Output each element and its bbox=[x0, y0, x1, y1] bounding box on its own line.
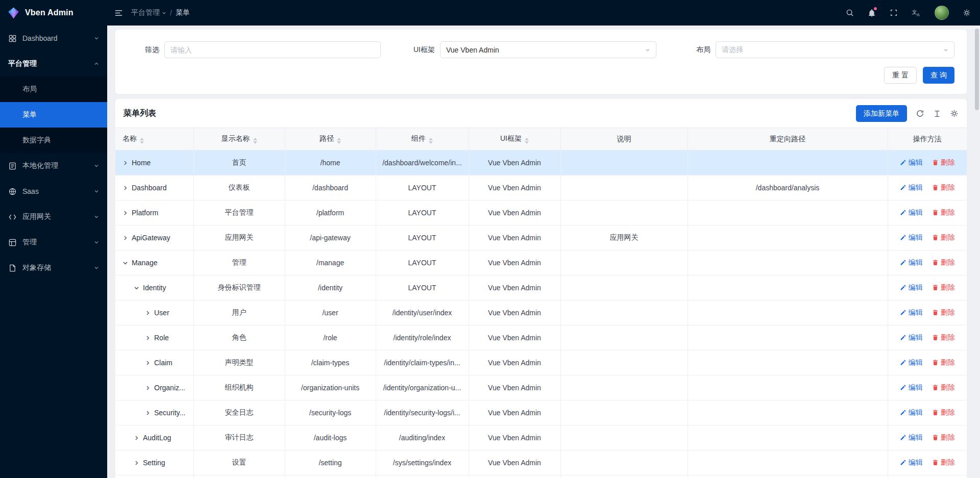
column-header-display-name[interactable]: 显示名称 bbox=[193, 128, 285, 150]
expand-caret-icon[interactable] bbox=[145, 310, 151, 316]
notifications-bell-icon[interactable] bbox=[868, 9, 876, 17]
delete-link[interactable]: 删除 bbox=[932, 358, 955, 367]
expand-caret-icon[interactable] bbox=[122, 160, 128, 166]
search-icon[interactable] bbox=[846, 9, 854, 17]
edit-link-label: 编辑 bbox=[909, 383, 923, 392]
page-scrollbar[interactable] bbox=[974, 26, 980, 478]
query-button[interactable]: 查 询 bbox=[923, 67, 954, 84]
edit-link[interactable]: 编辑 bbox=[900, 283, 923, 292]
breadcrumb-parent[interactable]: 平台管理 bbox=[131, 8, 166, 17]
keyword-input[interactable] bbox=[170, 46, 375, 54]
app-logo[interactable]: Vben Admin bbox=[0, 0, 107, 26]
trash-icon bbox=[932, 259, 939, 266]
delete-link[interactable]: 删除 bbox=[932, 258, 955, 267]
table-row[interactable]: Setting 设置 /setting /sys/settings/index … bbox=[115, 450, 967, 475]
column-header-ui-framework[interactable]: UI框架 bbox=[469, 128, 560, 150]
user-avatar[interactable] bbox=[935, 6, 949, 20]
edit-link[interactable]: 编辑 bbox=[900, 458, 923, 467]
expand-caret-icon[interactable] bbox=[122, 260, 128, 266]
table-row[interactable]: ApiGateway 应用网关 /api-gateway LAYOUT Vue … bbox=[115, 225, 967, 250]
sidebar-item-management[interactable]: 管理 bbox=[0, 230, 107, 255]
edit-link[interactable]: 编辑 bbox=[900, 183, 923, 192]
edit-link[interactable]: 编辑 bbox=[900, 308, 923, 317]
table-row[interactable]: AuditLog 审计日志 /audit-logs /auditing/inde… bbox=[115, 425, 967, 450]
table-row[interactable]: Security... 安全日志 /security-logs /identit… bbox=[115, 400, 967, 425]
edit-link[interactable]: 编辑 bbox=[900, 333, 923, 342]
delete-link[interactable]: 删除 bbox=[932, 183, 955, 192]
column-header-path[interactable]: 路径 bbox=[285, 128, 376, 150]
column-header-name[interactable]: 名称 bbox=[115, 128, 193, 150]
column-settings-gear-icon[interactable] bbox=[950, 109, 959, 118]
sidebar-item-platform[interactable]: 平台管理 bbox=[0, 51, 107, 77]
delete-link[interactable]: 删除 bbox=[932, 433, 955, 442]
delete-link[interactable]: 删除 bbox=[932, 158, 955, 167]
expand-caret-icon[interactable] bbox=[145, 385, 151, 391]
delete-link[interactable]: 删除 bbox=[932, 458, 955, 467]
edit-link[interactable]: 编辑 bbox=[900, 433, 923, 442]
settings-gear-icon[interactable] bbox=[963, 9, 971, 17]
edit-link[interactable]: 编辑 bbox=[900, 258, 923, 267]
add-menu-button[interactable]: 添加新菜单 bbox=[856, 105, 907, 122]
delete-link[interactable]: 删除 bbox=[932, 208, 955, 217]
expand-caret-icon[interactable] bbox=[145, 360, 151, 366]
edit-link[interactable]: 编辑 bbox=[900, 383, 923, 392]
delete-link[interactable]: 删除 bbox=[932, 308, 955, 317]
table-row[interactable]: Claim 声明类型 /claim-types /identity/claim-… bbox=[115, 350, 967, 375]
edit-link[interactable]: 编辑 bbox=[900, 233, 923, 242]
expand-caret-icon[interactable] bbox=[145, 335, 151, 341]
expand-caret-icon[interactable] bbox=[122, 235, 128, 241]
expand-caret-icon[interactable] bbox=[134, 460, 139, 466]
sidebar-item-label: 布局 bbox=[22, 85, 99, 94]
table-row[interactable]: Role 角色 /role /identity/role/index Vue V… bbox=[115, 325, 967, 350]
column-header-component[interactable]: 组件 bbox=[376, 128, 469, 150]
delete-link[interactable]: 删除 bbox=[932, 233, 955, 242]
delete-link[interactable]: 删除 bbox=[932, 283, 955, 292]
sort-icons[interactable] bbox=[525, 138, 529, 144]
edit-link[interactable]: 编辑 bbox=[900, 208, 923, 217]
sidebar-item-label: 本地化管理 bbox=[22, 161, 94, 170]
sidebar-item-localization[interactable]: 本地化管理 bbox=[0, 153, 107, 179]
sidebar-item-saas[interactable]: Saas bbox=[0, 179, 107, 204]
expand-caret-icon[interactable] bbox=[134, 285, 139, 291]
sort-icons[interactable] bbox=[253, 138, 257, 144]
sort-icons[interactable] bbox=[337, 138, 341, 144]
refresh-icon[interactable] bbox=[916, 109, 924, 118]
table-row[interactable]: User 用户 /user /identity/user/index Vue V… bbox=[115, 300, 967, 325]
delete-link[interactable]: 删除 bbox=[932, 333, 955, 342]
edit-link[interactable]: 编辑 bbox=[900, 158, 923, 167]
description-cell bbox=[560, 250, 688, 275]
logo-gem-icon bbox=[7, 6, 20, 20]
description-cell bbox=[560, 325, 688, 350]
expand-caret-icon[interactable] bbox=[122, 210, 128, 216]
sort-icons[interactable] bbox=[140, 138, 144, 144]
reset-button[interactable]: 重 置 bbox=[884, 67, 917, 84]
sidebar-item-object-storage[interactable]: 对象存储 bbox=[0, 255, 107, 281]
fullscreen-icon[interactable] bbox=[890, 9, 898, 17]
sidebar-item-data-dictionary[interactable]: 数据字典 bbox=[0, 128, 107, 153]
table-row[interactable]: Platform 平台管理 /platform LAYOUT Vue Vben … bbox=[115, 200, 967, 225]
translate-icon[interactable]: 文A bbox=[912, 9, 921, 17]
sidebar-item-app-gateway[interactable]: 应用网关 bbox=[0, 204, 107, 230]
table-toolbar: 添加新菜单 bbox=[856, 105, 959, 122]
table-row[interactable]: Home 首页 /home /dashboard/welcome/in... V… bbox=[115, 150, 967, 175]
expand-caret-icon[interactable] bbox=[145, 410, 151, 416]
table-row[interactable]: Manage 管理 /manage LAYOUT Vue Vben Admin … bbox=[115, 250, 967, 275]
delete-link[interactable]: 删除 bbox=[932, 408, 955, 417]
delete-link[interactable]: 删除 bbox=[932, 383, 955, 392]
scrollbar-thumb[interactable] bbox=[975, 29, 979, 110]
table-row[interactable]: Identity 身份标识管理 /identity LAYOUT Vue Vbe… bbox=[115, 275, 967, 300]
expand-caret-icon[interactable] bbox=[134, 435, 139, 441]
table-row[interactable]: Organiz... 组织机构 /organization-units /ide… bbox=[115, 375, 967, 400]
edit-link[interactable]: 编辑 bbox=[900, 408, 923, 417]
layout-select[interactable]: 请选择 bbox=[716, 41, 954, 58]
sidebar-item-menu[interactable]: 菜单 bbox=[0, 102, 107, 128]
row-height-icon[interactable] bbox=[933, 110, 941, 118]
sort-icons[interactable] bbox=[429, 138, 433, 144]
expand-caret-icon[interactable] bbox=[122, 185, 128, 191]
sidebar-item-dashboard[interactable]: Dashboard bbox=[0, 26, 107, 51]
sidebar-toggle-icon[interactable] bbox=[114, 9, 123, 17]
edit-link[interactable]: 编辑 bbox=[900, 358, 923, 367]
sidebar-item-layout[interactable]: 布局 bbox=[0, 77, 107, 102]
table-row[interactable]: Dashboard 仪表板 /dashboard LAYOUT Vue Vben… bbox=[115, 175, 967, 200]
ui-framework-select[interactable]: Vue Vben Admin bbox=[440, 41, 656, 58]
